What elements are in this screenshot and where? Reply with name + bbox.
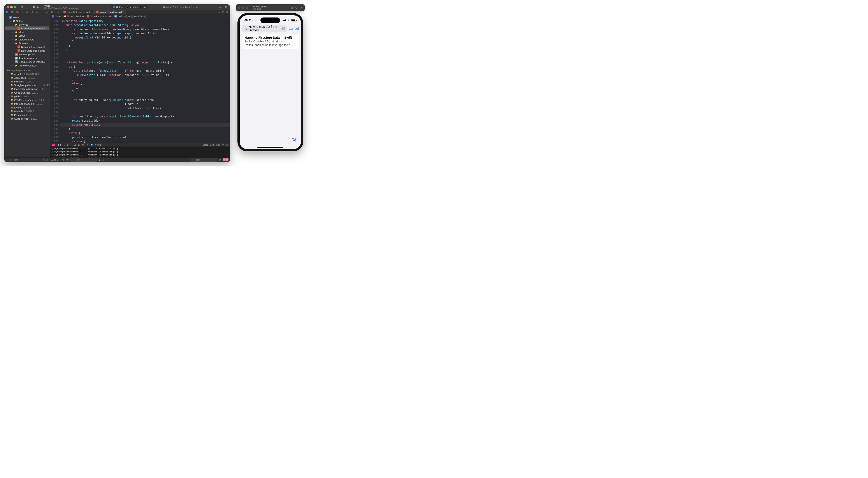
- editor-tabbar[interactable]: ▦ ‹ › NotesListScreen.swiftNotesReposito…: [50, 10, 230, 14]
- cancel-button[interactable]: Cancel: [288, 27, 299, 30]
- tree-root[interactable]: ⌄ A Notes: [4, 15, 50, 19]
- tree-item[interactable]: ›NoteEditScreen.swift: [4, 49, 50, 53]
- metrics-icon[interactable]: ⎍: [102, 159, 104, 161]
- code-content[interactable]: extension NotesRepository { func semanti…: [60, 19, 230, 143]
- library-icon[interactable]: ▭: [219, 6, 221, 8]
- source-control-icon[interactable]: ⧉: [11, 10, 14, 13]
- add-target-icon[interactable]: ＋: [6, 158, 8, 162]
- navigator-filter-input[interactable]: [13, 159, 41, 161]
- related-items-icon[interactable]: ▦: [50, 10, 53, 13]
- package-item[interactable]: ›📦AppCheck10.19.0: [4, 76, 50, 79]
- debug-process-label[interactable]: Notes: [95, 143, 101, 146]
- step-over-icon[interactable]: ⤵: [63, 143, 65, 146]
- search-field[interactable]: 🔍 How to map dat from firestore ✕: [242, 25, 287, 32]
- scheme-selector[interactable]: Notes › 📱 iPhone 15 Pro: [111, 5, 148, 9]
- step-out-icon[interactable]: ↑: [70, 143, 71, 146]
- rotate-icon[interactable]: ↗: [300, 6, 303, 9]
- close-window-icon[interactable]: [6, 6, 9, 8]
- package-item[interactable]: ›📦gRPC1.62.2: [4, 95, 50, 98]
- issues-icon[interactable]: ⚠: [26, 10, 29, 13]
- package-item[interactable]: ›📦GoogleDataTransport9.4.0: [4, 87, 50, 91]
- run-button[interactable]: ▶: [36, 5, 40, 8]
- tree-item[interactable]: ›NotesApp.swift: [4, 53, 50, 56]
- debug-console[interactable]: ["GybbVqm9jHoaodmwVpYv", "gnrUIfIiXmSf4L…: [50, 146, 230, 158]
- stop-button[interactable]: ◼: [32, 5, 35, 8]
- search-result-row[interactable]: Mapping Firestore Data in Swift Swift's …: [242, 34, 299, 49]
- package-item[interactable]: ›📦Promises2.4.0: [4, 113, 50, 117]
- package-item[interactable]: ›📦GoogleUtilities7.13.1: [4, 91, 50, 95]
- minimize-window-icon[interactable]: [242, 6, 244, 9]
- project-navigator-icon[interactable]: ▤: [6, 10, 9, 13]
- editor-layout-icon[interactable]: ▥: [226, 10, 228, 13]
- breakpoint-toggle-icon[interactable]: [52, 144, 55, 146]
- info-icon[interactable]: ⓘ: [66, 158, 69, 161]
- debug-icon[interactable]: ⎋: [36, 10, 39, 13]
- add-icon[interactable]: ＋: [214, 5, 216, 9]
- editor-tab[interactable]: NotesRepository.swift: [93, 10, 126, 14]
- editor-tab[interactable]: NotesListScreen.swift: [60, 10, 93, 14]
- inspector-toggle-icon[interactable]: ▥: [224, 6, 227, 8]
- zoom-window-icon[interactable]: [246, 6, 248, 9]
- minimize-window-icon[interactable]: [10, 6, 13, 8]
- compose-button[interactable]: [292, 138, 297, 144]
- zoom-window-icon[interactable]: [14, 6, 17, 8]
- project-tree[interactable]: ⌄ A Notes ⌄📁Notes⌄📁Services›NotesReposit…: [4, 14, 50, 158]
- package-item[interactable]: ›📦leveldb1.22.5: [4, 106, 50, 109]
- package-item[interactable]: ›📦InteropForGoogle100.0.0: [4, 102, 50, 106]
- refresh-icon[interactable]: ⟲: [218, 10, 220, 13]
- minimap-icon[interactable]: ≡: [222, 10, 224, 13]
- package-item[interactable]: ›📦nanopb2.30910.0: [4, 109, 50, 113]
- bookmark-icon[interactable]: 🔖: [16, 10, 19, 13]
- recent-filter-icon[interactable]: ⊙: [43, 158, 45, 161]
- canvas-icon[interactable]: ▭: [226, 143, 228, 146]
- package-item[interactable]: ›📦Firebase10.24.0: [4, 79, 50, 83]
- clear-console-icon[interactable]: 🗑: [219, 159, 221, 161]
- window-traffic-lights[interactable]: [6, 6, 17, 8]
- home-indicator[interactable]: [257, 147, 283, 147]
- package-item[interactable]: ›📦abseil1.2024011601.1: [4, 72, 50, 76]
- tree-item[interactable]: ⌄📁Screens: [4, 41, 50, 45]
- jump-bar[interactable]: Notes› 📁 Notes› Services› NotesRepositor…: [50, 14, 230, 19]
- close-window-icon[interactable]: [238, 6, 241, 9]
- sim-traffic-lights[interactable]: [238, 6, 248, 9]
- tree-item[interactable]: ▦Assets.xcassets: [4, 56, 50, 60]
- home-icon[interactable]: ⌂: [291, 6, 293, 9]
- forward-icon[interactable]: ›: [57, 11, 60, 13]
- environment-icon[interactable]: ⚙: [82, 143, 84, 146]
- variables-filter-input[interactable]: [70, 158, 97, 162]
- tree-item[interactable]: ›📁ViewModifiers: [4, 38, 50, 41]
- reports-icon[interactable]: ▭: [45, 10, 49, 13]
- find-icon[interactable]: ⌕: [21, 10, 24, 13]
- navigator-selector[interactable]: ▤ ⧉ 🔖 ⌕ ⚠ ◇ ⎋ ⬚ ▭: [4, 10, 50, 14]
- tree-item[interactable]: ›📁Views: [4, 34, 50, 38]
- tree-item[interactable]: ›📁Model: [4, 30, 50, 34]
- variables-scope-selector[interactable]: Auto ⌄: [51, 159, 59, 161]
- output-filter-icon[interactable]: ◉: [98, 159, 101, 161]
- code-editor[interactable]: 1081091101111121131141151161171181191201…: [50, 19, 230, 143]
- memory-graph-icon[interactable]: ⋔: [78, 143, 80, 146]
- package-item[interactable]: ›📦SwiftProtobuf1.26.0: [4, 117, 50, 121]
- tree-item[interactable]: ⌄📁Notes: [4, 19, 50, 23]
- pause-icon[interactable]: ❚❚: [57, 143, 61, 146]
- scm-filter-icon[interactable]: ▭: [46, 158, 49, 161]
- package-item[interactable]: ›📦GoogleAppMeasurement10.24.0: [4, 83, 50, 87]
- eye-icon[interactable]: 👁: [62, 159, 65, 161]
- screenshot-icon[interactable]: ⧉: [296, 6, 298, 9]
- tests-icon[interactable]: ◇: [31, 10, 34, 13]
- back-icon[interactable]: ‹: [53, 11, 57, 13]
- debug-view-icon[interactable]: ⊞: [74, 143, 76, 146]
- tree-item[interactable]: ⌄📁Services: [4, 23, 50, 27]
- console-filter-input[interactable]: [191, 158, 217, 162]
- sidebar-toggle-icon[interactable]: ▥: [20, 5, 23, 8]
- tree-item[interactable]: ≡GoogleService-Info.plist: [4, 60, 50, 64]
- tree-item[interactable]: ›NotesRepository.swift: [5, 27, 49, 30]
- breakpoints-icon[interactable]: ⬚: [40, 10, 43, 13]
- tree-item[interactable]: ›📁Preview Content: [4, 64, 50, 67]
- debug-panel-toggle[interactable]: [223, 158, 228, 161]
- tree-item[interactable]: ›NotesListScreen.swift: [4, 45, 50, 49]
- search-text[interactable]: How to map dat from firestore: [249, 25, 280, 32]
- package-item[interactable]: ›📦GTMSessionFetcher3.4.1: [4, 98, 50, 102]
- clear-search-icon[interactable]: ✕: [281, 27, 285, 30]
- location-icon[interactable]: ➤: [87, 143, 88, 146]
- step-into-icon[interactable]: ↓: [67, 143, 68, 146]
